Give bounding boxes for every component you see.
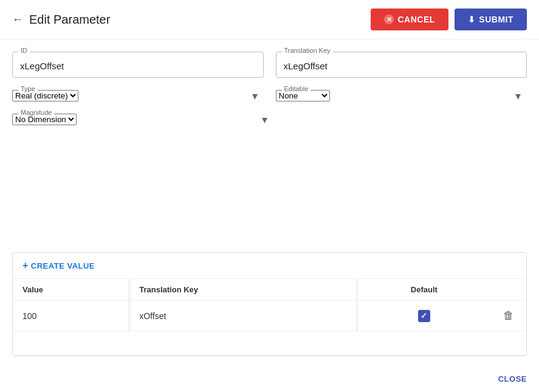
id-field: ID <box>12 52 264 78</box>
submit-icon: ⬇ <box>468 15 476 24</box>
submit-button[interactable]: ⬇ SUBMIT <box>455 9 527 30</box>
row-actions-cell: 🗑 <box>491 301 526 331</box>
footer: CLOSE <box>0 368 539 392</box>
row-default-cell <box>357 301 491 331</box>
type-chevron-icon: ▾ <box>252 89 258 103</box>
editable-chevron-icon: ▾ <box>515 89 521 103</box>
editable-field: Editable None Always Conditional ▾ <box>276 90 527 101</box>
col-translation-key: Translation Key <box>129 279 357 301</box>
header-actions: ✕ CANCEL ⬇ SUBMIT <box>371 9 527 30</box>
close-button[interactable]: CLOSE <box>498 374 527 383</box>
type-field: Type Real (discrete) Integer Boolean Str… <box>12 90 264 101</box>
create-value-button[interactable]: + CREATE VALUE <box>22 260 95 271</box>
form-row-3: Magnitude No Dimension Length Mass Time … <box>12 114 527 125</box>
header-left: ← Edit Parameter <box>12 13 110 27</box>
cancel-label: CANCEL <box>397 15 434 24</box>
col-value: Value <box>13 279 129 301</box>
default-checkbox[interactable] <box>418 310 430 322</box>
plus-icon: + <box>22 260 29 271</box>
header: ← Edit Parameter ✕ CANCEL ⬇ SUBMIT <box>0 0 539 40</box>
values-header: + CREATE VALUE <box>13 253 526 279</box>
cancel-x-icon: ✕ <box>384 15 394 24</box>
back-arrow-icon[interactable]: ← <box>12 13 23 26</box>
col-actions <box>491 279 526 301</box>
table-header: Value Translation Key Default <box>13 279 526 301</box>
magnitude-select[interactable]: No Dimension Length Mass Time <box>12 114 77 125</box>
editable-select[interactable]: None Always Conditional <box>276 90 330 101</box>
create-value-label: CREATE VALUE <box>31 261 95 270</box>
translation-key-input[interactable] <box>276 52 527 78</box>
submit-label: SUBMIT <box>479 15 513 24</box>
magnitude-field: Magnitude No Dimension Length Mass Time … <box>12 114 273 125</box>
edit-parameter-page: ← Edit Parameter ✕ CANCEL ⬇ SUBMIT ID Tr… <box>0 0 539 392</box>
row-translation-key: xOffset <box>129 301 357 331</box>
table-body: 100 xOffset 🗑 <box>13 301 526 356</box>
table-header-row: Value Translation Key Default <box>13 279 526 301</box>
col-default: Default <box>357 279 491 301</box>
form-row-2: Type Real (discrete) Integer Boolean Str… <box>12 90 527 101</box>
page-title: Edit Parameter <box>29 13 110 27</box>
magnitude-chevron-icon: ▾ <box>262 113 267 126</box>
delete-button[interactable]: 🗑 <box>501 308 517 323</box>
form-area: ID Translation Key Type Real (discrete) … <box>0 40 539 246</box>
table-empty-row <box>13 331 526 356</box>
values-table: Value Translation Key Default 100 xOffse… <box>13 279 526 356</box>
cancel-button[interactable]: ✕ CANCEL <box>371 9 448 30</box>
table-row: 100 xOffset 🗑 <box>13 301 526 331</box>
row-value: 100 <box>13 301 129 331</box>
id-input[interactable] <box>12 52 264 78</box>
type-select[interactable]: Real (discrete) Integer Boolean String <box>12 90 78 101</box>
values-section: + CREATE VALUE Value Translation Key Def… <box>12 252 527 356</box>
form-row-1: ID Translation Key <box>12 52 527 78</box>
translation-key-field: Translation Key <box>276 52 527 78</box>
